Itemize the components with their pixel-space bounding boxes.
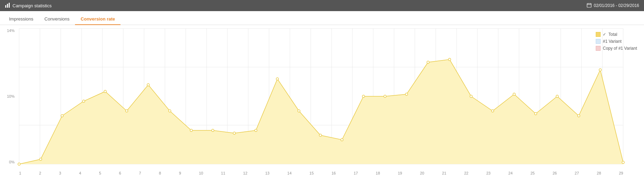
data-point <box>449 58 451 61</box>
data-point <box>470 95 472 98</box>
x-label-23: 23 <box>486 171 491 175</box>
data-point <box>126 110 128 112</box>
x-label-10: 10 <box>199 171 203 175</box>
legend-item-variant1: #1 Variant <box>596 39 637 44</box>
x-label-24: 24 <box>508 171 512 175</box>
data-point <box>384 95 386 98</box>
header: Campaign statistics 02/01/2016 - 02/29/2… <box>0 0 644 11</box>
chart-inner <box>19 29 623 164</box>
data-point <box>169 110 171 112</box>
legend-swatch-copy-variant1 <box>596 46 601 51</box>
x-label-16: 16 <box>332 171 336 175</box>
data-point <box>362 95 365 98</box>
header-left: Campaign statistics <box>5 2 52 9</box>
legend-label-copy-variant1: Copy of #1 Variant <box>603 46 637 51</box>
data-point <box>83 100 85 103</box>
x-label-8: 8 <box>159 171 161 175</box>
header-title: Campaign statistics <box>12 3 52 8</box>
legend-swatch-variant1 <box>596 39 601 44</box>
data-point <box>599 69 602 71</box>
x-label-25: 25 <box>530 171 535 175</box>
legend-label-total: Total <box>608 32 617 37</box>
data-point <box>513 93 516 96</box>
y-label-10: 10% <box>7 94 15 98</box>
x-label-21: 21 <box>442 171 446 175</box>
x-axis: 1 2 3 4 5 6 7 8 9 10 11 12 13 14 15 16 1… <box>19 171 623 175</box>
x-label-4: 4 <box>79 171 81 175</box>
calendar-icon <box>587 3 592 9</box>
data-point <box>492 110 494 112</box>
legend: ✓ Total #1 Variant Copy of #1 Variant <box>596 32 637 53</box>
x-label-3: 3 <box>59 171 61 175</box>
x-label-5: 5 <box>99 171 101 175</box>
chart-area: 14% 10% 0% <box>0 25 644 178</box>
x-label-2: 2 <box>39 171 41 175</box>
data-point <box>190 129 193 132</box>
svg-rect-2 <box>9 3 10 8</box>
tabs-bar: Impressions Conversions Conversion rate <box>0 11 644 25</box>
chart-area-fill <box>19 59 623 164</box>
data-point <box>255 129 257 132</box>
svg-rect-1 <box>7 4 8 8</box>
x-label-6: 6 <box>119 171 121 175</box>
x-label-22: 22 <box>464 171 468 175</box>
legend-swatch-total <box>596 32 601 37</box>
data-point <box>104 90 107 93</box>
legend-item-total: ✓ Total <box>596 32 637 37</box>
data-point <box>578 115 580 117</box>
x-label-14: 14 <box>287 171 292 175</box>
header-date-range: 02/01/2016 - 02/29/2016 <box>587 3 639 9</box>
data-point <box>298 110 300 112</box>
data-point <box>622 161 625 164</box>
legend-label-variant1: #1 Variant <box>603 39 621 44</box>
tab-conversions[interactable]: Conversions <box>39 14 75 25</box>
x-label-29: 29 <box>619 171 623 175</box>
data-point <box>147 84 150 86</box>
data-point <box>535 113 537 115</box>
y-label-14: 14% <box>7 29 15 33</box>
x-label-11: 11 <box>221 171 225 175</box>
legend-check-total: ✓ <box>603 32 606 37</box>
x-label-19: 19 <box>398 171 402 175</box>
date-range-text: 02/01/2016 - 02/29/2016 <box>594 3 639 8</box>
tab-conversion-rate[interactable]: Conversion rate <box>75 14 120 25</box>
x-label-17: 17 <box>354 171 358 175</box>
data-point <box>427 61 429 64</box>
x-label-9: 9 <box>179 171 181 175</box>
svg-rect-0 <box>5 5 6 8</box>
x-label-26: 26 <box>553 171 557 175</box>
tab-impressions[interactable]: Impressions <box>3 14 39 25</box>
data-point <box>18 163 20 165</box>
x-label-12: 12 <box>243 171 247 175</box>
data-point <box>341 139 343 141</box>
y-label-0: 0% <box>9 160 15 164</box>
x-label-1: 1 <box>19 171 21 175</box>
chart-svg <box>19 29 623 164</box>
data-point <box>405 93 408 96</box>
x-label-15: 15 <box>309 171 313 175</box>
legend-item-copy-variant1: Copy of #1 Variant <box>596 46 637 51</box>
data-point <box>276 78 279 80</box>
y-axis: 14% 10% 0% <box>0 29 17 164</box>
data-point <box>319 134 322 137</box>
bar-chart-icon <box>5 2 10 9</box>
data-point <box>212 129 214 132</box>
x-label-28: 28 <box>597 171 601 175</box>
data-point <box>40 158 42 161</box>
x-label-7: 7 <box>139 171 141 175</box>
x-label-20: 20 <box>420 171 424 175</box>
data-point <box>556 95 559 98</box>
x-label-13: 13 <box>265 171 269 175</box>
data-point <box>61 115 64 117</box>
x-label-27: 27 <box>575 171 579 175</box>
data-point <box>233 132 236 135</box>
x-label-18: 18 <box>376 171 380 175</box>
svg-rect-3 <box>587 3 591 7</box>
